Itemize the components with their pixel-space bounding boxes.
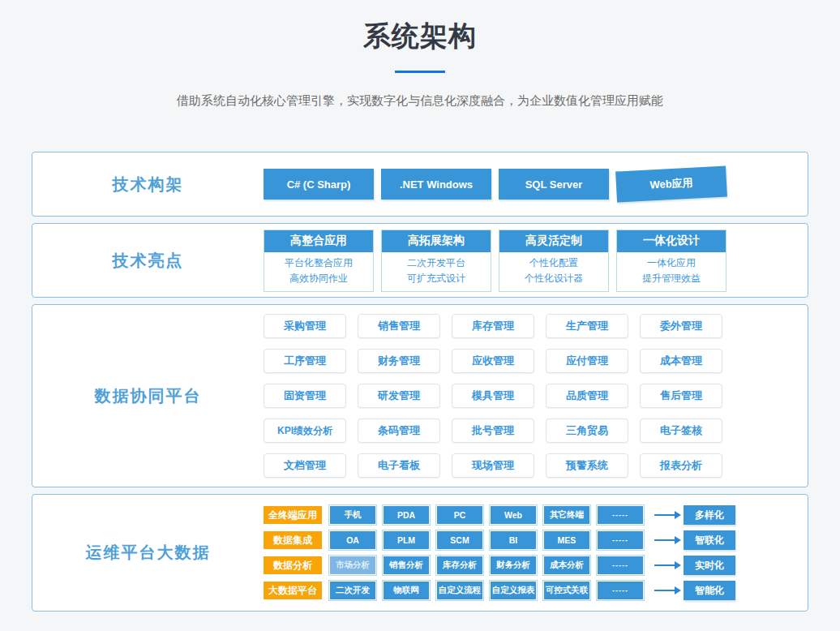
ops-category-badge: 数据分析	[264, 556, 322, 574]
ops-chip[interactable]: PDA	[384, 506, 429, 524]
module-button[interactable]: 固资管理	[264, 384, 346, 408]
ops-chip[interactable]: 可控式关联	[544, 582, 589, 599]
ops-chip[interactable]: BI	[491, 531, 536, 549]
ops-chip[interactable]: 库存分析	[437, 556, 482, 574]
ops-chip-ellipsis: -----	[598, 531, 643, 549]
ops-chip[interactable]: 物联网	[384, 582, 429, 599]
module-button[interactable]: 生产管理	[546, 314, 628, 338]
section-label-ops-platform: 运维平台大数据	[32, 542, 264, 564]
section-label-tech-highlights: 技术亮点	[32, 250, 264, 272]
ops-result-button[interactable]: 智能化	[684, 581, 735, 600]
ops-chip[interactable]: 销售分析	[384, 556, 429, 574]
module-button[interactable]: 委外管理	[640, 314, 722, 338]
highlight-card-line: 一体化应用	[617, 255, 726, 271]
tech-button-row: C# (C Sharp) .NET Windows SQL Server Web…	[264, 169, 726, 200]
page-title: 系统架构	[0, 0, 840, 55]
highlight-card-title: 高整合应用	[264, 230, 373, 252]
ops-category-badge: 全终端应用	[264, 506, 322, 524]
ops-chip[interactable]: 财务分析	[491, 556, 536, 574]
ops-chip[interactable]: MES	[544, 531, 589, 549]
ops-chip[interactable]: SCM	[437, 531, 482, 549]
system-architecture-page: 系统架构 借助系统自动化核心管理引擎，实现数字化与信息化深度融合，为企业数值化管…	[0, 0, 840, 631]
ops-chip-ellipsis: -----	[598, 506, 643, 524]
ops-chip-ellipsis: -----	[598, 582, 643, 599]
ops-chip[interactable]: 其它终端	[544, 506, 589, 524]
highlight-card-line: 提升管理效益	[617, 271, 726, 286]
module-button[interactable]: 采购管理	[264, 314, 346, 338]
arrow-right-icon	[654, 564, 675, 566]
module-button[interactable]: 电子看板	[358, 453, 440, 478]
section-tech-highlights: 技术亮点 高整合应用 平台化整合应用 高效协同作业 高拓展架构 二次开发平台 可…	[32, 223, 808, 298]
section-stack: 技术构架 C# (C Sharp) .NET Windows SQL Serve…	[32, 152, 808, 612]
module-button[interactable]: 模具管理	[452, 384, 534, 408]
section-data-platform: 数据协同平台 采购管理 销售管理 库存管理 生产管理 委外管理 工序管理 财务管…	[32, 304, 808, 487]
arrow-right-icon	[654, 590, 675, 591]
tech-button-sqlserver[interactable]: SQL Server	[499, 169, 609, 200]
ops-chip[interactable]: 市场分析	[330, 556, 375, 574]
highlight-card-unified: 一体化设计 一体化应用 提升管理效益	[616, 230, 726, 292]
title-underline	[395, 71, 445, 73]
ops-chip[interactable]: 自定义流程	[437, 582, 482, 599]
module-button[interactable]: 销售管理	[358, 314, 440, 338]
highlight-card-flexibility: 高灵活定制 个性化配置 个性化设计器	[499, 230, 609, 292]
ops-result-button[interactable]: 智联化	[684, 530, 735, 550]
ops-chip[interactable]: Web	[491, 506, 536, 524]
section-tech-framework: 技术构架 C# (C Sharp) .NET Windows SQL Serve…	[32, 152, 808, 217]
highlight-card-line: 个性化配置	[499, 255, 608, 271]
module-button[interactable]: 售后管理	[640, 384, 722, 408]
module-button[interactable]: 批号管理	[452, 419, 534, 443]
section-label-tech-framework: 技术构架	[32, 174, 264, 195]
module-button[interactable]: 现场管理	[452, 453, 534, 478]
module-button[interactable]: 成本管理	[640, 349, 722, 373]
ops-result-button[interactable]: 实时化	[684, 556, 735, 575]
module-button[interactable]: 研发管理	[358, 384, 440, 408]
ops-rows: 全终端应用 手机 PDA PC Web 其它终端 ----- 多样化 数据集成 …	[264, 505, 735, 600]
section-label-data-platform: 数据协同平台	[32, 385, 264, 407]
highlight-card-title: 一体化设计	[617, 230, 726, 252]
ops-chip[interactable]: 自定义报表	[491, 582, 536, 599]
ops-chip[interactable]: 成本分析	[544, 556, 589, 574]
module-button[interactable]: 预警系统	[546, 453, 628, 478]
ops-category-badge: 大数据平台	[264, 582, 322, 599]
ops-chip[interactable]: PC	[437, 506, 482, 524]
ops-row-bigdata: 大数据平台 二次开发 物联网 自定义流程 自定义报表 可控式关联 ----- 智…	[264, 581, 735, 600]
tech-button-csharp[interactable]: C# (C Sharp)	[264, 169, 374, 200]
ops-chip[interactable]: 二次开发	[330, 582, 375, 599]
module-button[interactable]: 三角贸易	[546, 419, 628, 443]
section-ops-platform: 运维平台大数据 全终端应用 手机 PDA PC Web 其它终端 ----- 多…	[32, 494, 808, 612]
module-button[interactable]: 应收管理	[452, 349, 534, 373]
module-button[interactable]: KPI绩效分析	[264, 419, 346, 443]
module-button[interactable]: 库存管理	[452, 314, 534, 338]
tech-button-web[interactable]: Web应用	[615, 165, 727, 202]
ops-chip[interactable]: PLM	[384, 531, 429, 549]
highlight-card-title: 高灵活定制	[499, 230, 608, 252]
page-subtitle: 借助系统自动化核心管理引擎，实现数字化与信息化深度融合，为企业数值化管理应用赋能	[0, 93, 840, 109]
ops-row-terminals: 全终端应用 手机 PDA PC Web 其它终端 ----- 多样化	[264, 505, 735, 525]
module-button[interactable]: 报表分析	[640, 453, 722, 478]
tech-button-dotnet[interactable]: .NET Windows	[381, 169, 491, 200]
highlight-card-extensibility: 高拓展架构 二次开发平台 可扩充式设计	[381, 230, 491, 292]
module-button[interactable]: 品质管理	[546, 384, 628, 408]
module-button[interactable]: 工序管理	[264, 349, 346, 373]
module-grid: 采购管理 销售管理 库存管理 生产管理 委外管理 工序管理 财务管理 应收管理 …	[264, 314, 738, 478]
module-button[interactable]: 文档管理	[264, 453, 346, 478]
ops-row-analysis: 数据分析 市场分析 销售分析 库存分析 财务分析 成本分析 ----- 实时化	[264, 556, 735, 575]
ops-chip[interactable]: OA	[330, 531, 375, 549]
ops-category-badge: 数据集成	[264, 531, 322, 549]
ops-chip[interactable]: 手机	[330, 506, 375, 524]
highlight-card-integration: 高整合应用 平台化整合应用 高效协同作业	[264, 230, 374, 292]
highlight-cards: 高整合应用 平台化整合应用 高效协同作业 高拓展架构 二次开发平台 可扩充式设计…	[264, 230, 726, 292]
highlight-card-line: 个性化设计器	[499, 271, 608, 286]
highlight-card-title: 高拓展架构	[382, 230, 491, 252]
ops-chip-ellipsis: -----	[598, 556, 643, 574]
ops-row-integration: 数据集成 OA PLM SCM BI MES ----- 智联化	[264, 530, 735, 550]
ops-result-button[interactable]: 多样化	[684, 505, 735, 525]
highlight-card-line: 平台化整合应用	[264, 255, 373, 271]
highlight-card-line: 可扩充式设计	[382, 271, 491, 286]
highlight-card-line: 二次开发平台	[382, 255, 491, 271]
module-button[interactable]: 电子签核	[640, 419, 722, 443]
module-button[interactable]: 应付管理	[546, 349, 628, 373]
module-button[interactable]: 条码管理	[358, 419, 440, 443]
module-button[interactable]: 财务管理	[358, 349, 440, 373]
arrow-right-icon	[654, 539, 675, 541]
